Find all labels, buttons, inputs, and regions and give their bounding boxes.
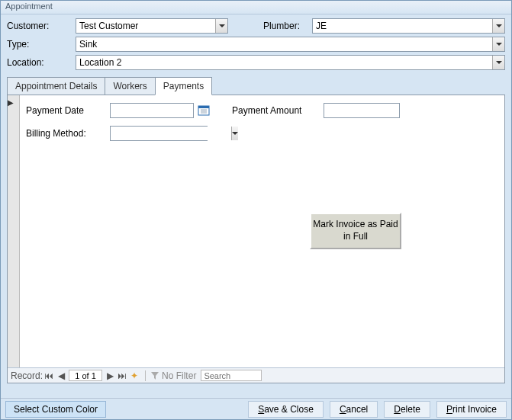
location-input[interactable] xyxy=(76,56,492,69)
calendar-icon[interactable] xyxy=(197,104,211,117)
tab-strip: Appointment Details Workers Payments xyxy=(7,77,505,95)
record-label: Record: xyxy=(11,370,43,381)
nav-last-icon[interactable]: ⏭ xyxy=(116,370,128,382)
payment-amount-input[interactable] xyxy=(324,103,400,118)
window-title: Appointment xyxy=(1,1,511,14)
billing-method-combo[interactable] xyxy=(110,126,208,141)
appointment-window: Appointment Customer: Plumber: Type: Loc… xyxy=(0,0,512,420)
record-selector-icon: ▶ xyxy=(8,98,19,107)
record-selector[interactable]: ▶ xyxy=(8,95,20,368)
customer-combo[interactable] xyxy=(76,18,228,34)
select-custom-color-button[interactable]: Select Custom Color xyxy=(5,401,106,418)
nav-next-icon[interactable]: ▶ xyxy=(104,370,116,382)
payment-date-label: Payment Date xyxy=(26,105,110,116)
payment-date-input[interactable] xyxy=(110,103,194,118)
location-combo[interactable] xyxy=(76,55,505,70)
type-combo[interactable] xyxy=(76,37,505,52)
plumber-label: Plumber: xyxy=(251,21,312,31)
nav-first-icon[interactable]: ⏮ xyxy=(43,370,55,382)
tab-container: Appointment Details Workers Payments ▶ P… xyxy=(7,77,505,383)
bottom-toolbar: Select Custom Color Save & Close Cancel … xyxy=(1,398,511,419)
no-filter-toggle[interactable]: No Filter xyxy=(150,370,196,381)
billing-method-input[interactable] xyxy=(111,127,231,140)
tab-appointment-details[interactable]: Appointment Details xyxy=(7,77,105,95)
save-close-button[interactable]: Save & Close xyxy=(248,401,324,418)
payment-amount-label: Payment Amount xyxy=(232,105,324,116)
payments-panel: Payment Date Payment Amount Billing Meth… xyxy=(20,95,504,367)
record-navigator: Record: ⏮ ◀ ▶ ⏭ ✦ No Filter xyxy=(8,367,504,383)
customer-dropdown-icon[interactable] xyxy=(215,19,227,33)
record-position[interactable] xyxy=(69,370,102,381)
nav-prev-icon[interactable]: ◀ xyxy=(55,370,67,382)
customer-input[interactable] xyxy=(76,19,215,33)
plumber-dropdown-icon[interactable] xyxy=(492,19,504,33)
nav-new-icon[interactable]: ✦ xyxy=(128,370,140,382)
type-dropdown-icon[interactable] xyxy=(492,37,504,51)
location-dropdown-icon[interactable] xyxy=(492,56,504,69)
type-label: Type: xyxy=(7,39,76,50)
plumber-input[interactable] xyxy=(313,19,492,33)
plumber-combo[interactable] xyxy=(312,18,505,34)
customer-label: Customer: xyxy=(7,21,76,31)
billing-method-dropdown-icon[interactable] xyxy=(231,127,238,140)
cancel-button[interactable]: Cancel xyxy=(330,401,378,418)
tab-workers[interactable]: Workers xyxy=(105,77,155,95)
billing-method-label: Billing Method: xyxy=(26,128,110,139)
header-form: Customer: Plumber: Type: Location: xyxy=(1,14,511,71)
location-label: Location: xyxy=(7,57,76,68)
type-input[interactable] xyxy=(76,37,492,51)
search-input[interactable] xyxy=(201,370,262,381)
delete-button[interactable]: Delete xyxy=(384,401,430,418)
separator xyxy=(145,370,146,381)
svg-rect-1 xyxy=(198,106,209,108)
print-invoice-button[interactable]: Print Invoice xyxy=(436,401,507,418)
mark-invoice-paid-button[interactable]: Mark Invoice as Paid in Full xyxy=(310,213,401,249)
tab-content-payments: ▶ Payment Date Payment Amount Billing Me… xyxy=(7,95,505,383)
no-filter-label: No Filter xyxy=(162,370,196,381)
tab-payments[interactable]: Payments xyxy=(155,77,212,95)
